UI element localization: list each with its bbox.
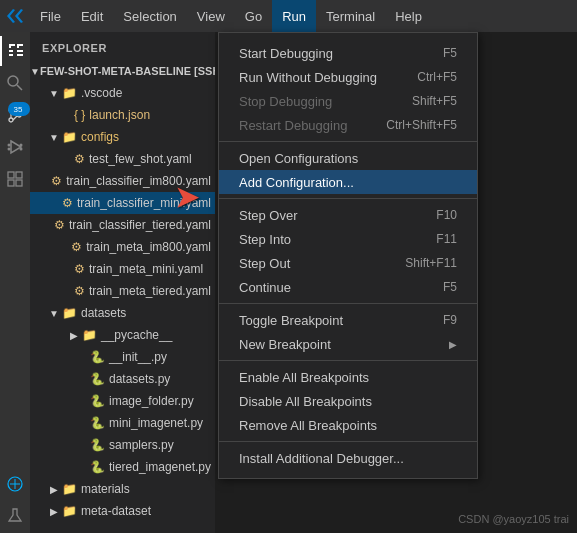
tree-tiered-imagenet[interactable]: 🐍 tiered_imagenet.py bbox=[30, 456, 215, 478]
tree-root[interactable]: ▼ FEW-SHOT-META-BASELINE [SSH: 2 bbox=[30, 60, 215, 82]
svg-rect-14 bbox=[16, 172, 22, 178]
tree-train-meta-mini[interactable]: ⚙ train_meta_mini.yaml bbox=[30, 258, 215, 280]
tree-launch-label: launch.json bbox=[89, 108, 211, 122]
activity-explorer[interactable] bbox=[0, 36, 30, 66]
file-icon: { } bbox=[74, 108, 85, 122]
tree-init[interactable]: 🐍 __init__.py bbox=[30, 346, 215, 368]
menu-add-configuration[interactable]: Add Configuration... bbox=[219, 170, 477, 194]
menu-run[interactable]: Run bbox=[272, 0, 316, 32]
tree-mini-imagenet[interactable]: 🐍 mini_imagenet.py bbox=[30, 412, 215, 434]
tree-train-tiered[interactable]: ⚙ train_classifier_tiered.yaml bbox=[30, 214, 215, 236]
menu-help[interactable]: Help bbox=[385, 0, 432, 32]
tree-materials-label: materials bbox=[81, 482, 211, 496]
menu-remove-all-breakpoints[interactable]: Remove All Breakpoints bbox=[219, 413, 477, 437]
menu-step-out[interactable]: Step Out Shift+F11 bbox=[219, 251, 477, 275]
tree-configs-label: configs bbox=[81, 130, 211, 144]
menu-view[interactable]: View bbox=[187, 0, 235, 32]
menu-section-breakpoints: Toggle Breakpoint F9 New Breakpoint ▶ bbox=[219, 304, 477, 361]
explorer-tree: ▼ FEW-SHOT-META-BASELINE [SSH: 2 ▼ 📁 .vs… bbox=[30, 60, 215, 533]
menu-open-configurations[interactable]: Open Configurations bbox=[219, 146, 477, 170]
tree-datasets-py[interactable]: 🐍 datasets.py bbox=[30, 368, 215, 390]
svg-rect-16 bbox=[16, 180, 22, 186]
file-yaml-icon: ⚙ bbox=[54, 218, 65, 232]
menu-start-debugging[interactable]: Start Debugging F5 bbox=[219, 41, 477, 65]
tree-pycache[interactable]: ▶ 📁 __pycache__ bbox=[30, 324, 215, 346]
menu-selection[interactable]: Selection bbox=[113, 0, 186, 32]
tree-launch[interactable]: { } launch.json bbox=[30, 104, 215, 126]
menu-continue[interactable]: Continue F5 bbox=[219, 275, 477, 299]
menu-section-all-breakpoints: Enable All Breakpoints Disable All Break… bbox=[219, 361, 477, 442]
activity-search[interactable] bbox=[0, 68, 30, 98]
menu-step-into[interactable]: Step Into F11 bbox=[219, 227, 477, 251]
chevron-right-icon: ▶ bbox=[46, 484, 62, 495]
tree-image-folder-label: image_folder.py bbox=[109, 394, 211, 408]
folder-icon: 📁 bbox=[62, 306, 77, 320]
svg-point-0 bbox=[8, 76, 18, 86]
menu-restart-debugging[interactable]: Restart Debugging Ctrl+Shift+F5 bbox=[219, 113, 477, 137]
svg-point-10 bbox=[8, 148, 11, 151]
svg-line-7 bbox=[13, 116, 17, 120]
menu-run-without-debugging[interactable]: Run Without Debugging Ctrl+F5 bbox=[219, 65, 477, 89]
chevron-right-icon: ▶ bbox=[46, 506, 62, 517]
tree-train-meta-im800[interactable]: ⚙ train_meta_im800.yaml bbox=[30, 236, 215, 258]
menu-bar: File Edit Selection View Go Run Terminal… bbox=[30, 0, 432, 32]
file-yaml-icon: ⚙ bbox=[71, 240, 82, 254]
activity-flask[interactable] bbox=[0, 501, 30, 531]
menu-file[interactable]: File bbox=[30, 0, 71, 32]
menu-section-config: Open Configurations Add Configuration... bbox=[219, 142, 477, 199]
tree-configs[interactable]: ▼ 📁 configs bbox=[30, 126, 215, 148]
activity-extensions[interactable] bbox=[0, 164, 30, 194]
menu-new-breakpoint[interactable]: New Breakpoint ▶ bbox=[219, 332, 477, 356]
tree-root-label: FEW-SHOT-META-BASELINE [SSH: 2 bbox=[40, 65, 215, 77]
tree-meta-dataset-label: meta-dataset bbox=[81, 504, 211, 518]
tree-datasets-label: datasets bbox=[81, 306, 211, 320]
folder-icon: 📁 bbox=[62, 86, 77, 100]
folder-icon: 📁 bbox=[62, 130, 77, 144]
tree-train-meta-mini-label: train_meta_mini.yaml bbox=[89, 262, 211, 276]
chevron-down-icon: ▼ bbox=[46, 132, 62, 143]
svg-point-12 bbox=[20, 148, 23, 151]
file-py-icon: 🐍 bbox=[90, 350, 105, 364]
tree-train-meta-tiered-label: train_meta_tiered.yaml bbox=[89, 284, 211, 298]
svg-point-11 bbox=[20, 144, 23, 147]
svg-line-6 bbox=[13, 110, 17, 114]
tree-meta-dataset[interactable]: ▶ 📁 meta-dataset bbox=[30, 500, 215, 522]
chevron-down-icon: ▼ bbox=[46, 308, 62, 319]
menu-toggle-breakpoint[interactable]: Toggle Breakpoint F9 bbox=[219, 308, 477, 332]
menu-edit[interactable]: Edit bbox=[71, 0, 113, 32]
activity-bar: 35 bbox=[0, 32, 30, 533]
activity-debug[interactable] bbox=[0, 132, 30, 162]
activity-source-control[interactable]: 35 bbox=[0, 100, 30, 130]
file-py-icon: 🐍 bbox=[90, 438, 105, 452]
tree-test-few-label: test_few_shot.yaml bbox=[89, 152, 211, 166]
file-yaml-icon: ⚙ bbox=[62, 196, 73, 210]
file-yaml-icon: ⚙ bbox=[74, 262, 85, 276]
tree-materials[interactable]: ▶ 📁 materials bbox=[30, 478, 215, 500]
tree-pycache-label: __pycache__ bbox=[101, 328, 211, 342]
menu-stop-debugging[interactable]: Stop Debugging Shift+F5 bbox=[219, 89, 477, 113]
tree-datasets-py-label: datasets.py bbox=[109, 372, 211, 386]
chevron-right-icon: ▶ bbox=[66, 330, 82, 341]
menu-terminal[interactable]: Terminal bbox=[316, 0, 385, 32]
menu-install-debugger[interactable]: Install Additional Debugger... bbox=[219, 446, 477, 470]
tree-tiered-imagenet-label: tiered_imagenet.py bbox=[109, 460, 211, 474]
menu-disable-all-breakpoints[interactable]: Disable All Breakpoints bbox=[219, 389, 477, 413]
tree-test-few[interactable]: ⚙ test_few_shot.yaml bbox=[30, 148, 215, 170]
tree-image-folder[interactable]: 🐍 image_folder.py bbox=[30, 390, 215, 412]
tree-samplers-label: samplers.py bbox=[109, 438, 211, 452]
svg-marker-8 bbox=[11, 141, 21, 153]
watermark: CSDN @yaoyz105 trai bbox=[458, 513, 569, 525]
tree-train-meta-tiered[interactable]: ⚙ train_meta_tiered.yaml bbox=[30, 280, 215, 302]
activity-remote[interactable] bbox=[0, 469, 30, 499]
tree-train-tiered-label: train_classifier_tiered.yaml bbox=[69, 218, 211, 232]
tree-vscode[interactable]: ▼ 📁 .vscode bbox=[30, 82, 215, 104]
file-yaml-icon: ⚙ bbox=[51, 174, 62, 188]
menu-step-over[interactable]: Step Over F10 bbox=[219, 203, 477, 227]
tree-train-meta-im800-label: train_meta_im800.yaml bbox=[86, 240, 211, 254]
tree-datasets[interactable]: ▼ 📁 datasets bbox=[30, 302, 215, 324]
menu-go[interactable]: Go bbox=[235, 0, 272, 32]
explorer-header: EXPLORER bbox=[30, 32, 215, 60]
menu-enable-all-breakpoints[interactable]: Enable All Breakpoints bbox=[219, 365, 477, 389]
svg-point-9 bbox=[8, 144, 11, 147]
tree-samplers[interactable]: 🐍 samplers.py bbox=[30, 434, 215, 456]
